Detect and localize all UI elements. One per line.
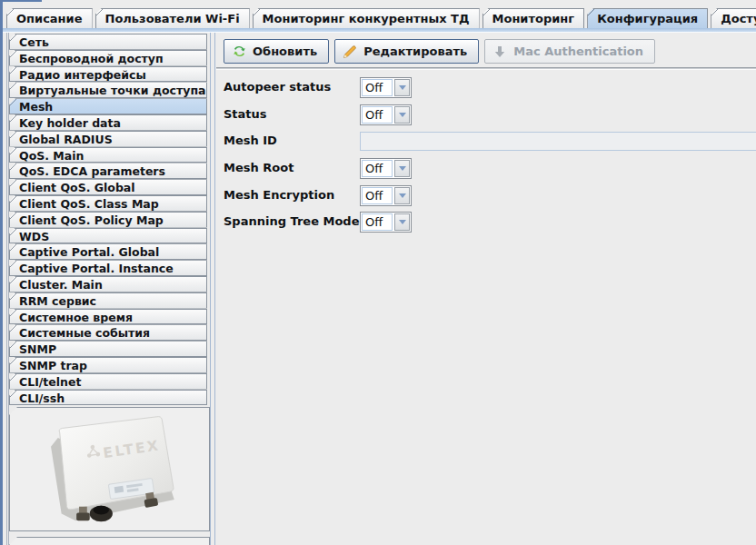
device-photo: ELTEX: [17, 411, 203, 528]
mesh-encryption-select[interactable]: Off: [360, 185, 412, 206]
mesh-id-input[interactable]: [360, 132, 756, 151]
combo-arrow-button[interactable]: [394, 79, 410, 96]
chevron-down-icon: [399, 220, 406, 224]
sidebar-item-cli-telnet[interactable]: CLI/telnet: [9, 373, 207, 390]
sidebar-item-field[interactable]: Беспроводной доступ: [9, 50, 207, 66]
status-select[interactable]: Off: [360, 104, 412, 125]
combo-value: Off: [362, 213, 393, 231]
sidebar-item-captive-portal-global[interactable]: Captive Portal. Global: [9, 243, 207, 260]
field-label: Autopeer status: [224, 76, 331, 98]
field-label: Spanning Tree Mode: [224, 211, 360, 233]
form-row-status: StatusOff: [224, 104, 756, 125]
field-label: Mesh Root: [224, 157, 293, 179]
sidebar-item-field[interactable]: Радио интерфейсы: [9, 66, 207, 83]
combo-arrow-button[interactable]: [394, 213, 410, 231]
sidebar-item-captive-portal-instance[interactable]: Captive Portal. Instance: [9, 260, 207, 276]
window-frame-top: [0, 0, 42, 2]
sidebar-item-client-qos-global[interactable]: Client QoS. Global: [9, 179, 207, 195]
field-label: Status: [224, 104, 267, 125]
mesh-root-select[interactable]: Off: [360, 158, 412, 179]
top-tab-3[interactable]: Мониторинг конкурентных ТД: [253, 8, 480, 28]
form-row-spanning-tree-mode: Spanning Tree ModeOff: [224, 211, 756, 233]
combo-arrow-button[interactable]: [394, 187, 410, 204]
top-tab-5[interactable]: Конфигурация: [587, 8, 708, 28]
chevron-down-icon: [399, 166, 406, 171]
top-tab-6[interactable]: Доступ: [711, 8, 756, 28]
combo-value: Off: [362, 160, 393, 177]
top-tab-1[interactable]: Описание: [6, 8, 93, 28]
sidebar-item-cli-ssh[interactable]: CLI/ssh: [9, 390, 207, 406]
mesh-form: Autopeer statusOffStatusOffMesh IDMesh R…: [216, 33, 756, 545]
config-mesh-panel: ОбновитьРедактироватьMac Authentication …: [216, 33, 756, 545]
form-row-mesh-root: Mesh RootOff: [224, 157, 756, 179]
sidebar-item-rrm[interactable]: RRM сервис: [9, 292, 207, 309]
sidebar-item-global-radius[interactable]: Global RADIUS: [9, 131, 207, 147]
top-tab-2[interactable]: Пользователи Wi-Fi: [95, 8, 250, 28]
combo-arrow-button[interactable]: [394, 160, 410, 177]
sidebar-item-mesh[interactable]: Mesh: [9, 98, 207, 114]
content-left-separator: [214, 33, 215, 545]
sidebar-item-snmp-trap[interactable]: SNMP trap: [9, 357, 207, 373]
sidebar-item-field[interactable]: Системные события: [9, 324, 207, 341]
field-label: Mesh ID: [224, 130, 277, 152]
form-row-mesh-encryption: Mesh EncryptionOff: [224, 184, 756, 206]
combo-value: Off: [362, 187, 393, 204]
sidebar-item-field[interactable]: Виртуальные точки доступа: [9, 82, 207, 98]
sidebar-item-qos-edca-parameters[interactable]: QoS. EDCA parameters: [9, 163, 207, 179]
sidebar-item-cluster-main[interactable]: Cluster. Main: [9, 276, 207, 292]
sidebar-item-key-holder-data[interactable]: Key holder data: [9, 114, 207, 131]
autopeer-status-select[interactable]: Off: [360, 77, 412, 98]
sidebar-item-qos-main[interactable]: QoS. Main: [9, 147, 207, 164]
sidebar-item-field[interactable]: Системное время: [9, 309, 207, 325]
sidebar-item-field[interactable]: Сеть: [9, 34, 207, 50]
top-tab-4[interactable]: Мониторинг: [482, 8, 585, 28]
window-frame-left: [0, 0, 3, 545]
sidebar-bottom-box: [9, 537, 210, 545]
top-tabbar: ОписаниеПользователи Wi-FiМониторинг кон…: [6, 8, 756, 28]
content-left-separator: [210, 33, 211, 545]
combo-value: Off: [362, 79, 393, 96]
sidebar-item-client-qos-policy-map[interactable]: Client QoS. Policy Map: [9, 212, 207, 228]
combo-arrow-button[interactable]: [394, 106, 410, 124]
device-photo-box: ELTEX: [9, 407, 210, 531]
chevron-down-icon: [399, 85, 406, 90]
chevron-down-icon: [399, 193, 406, 198]
form-row-autopeer-status: Autopeer statusOff: [224, 76, 756, 98]
sidebar-item-client-qos-class-map[interactable]: Client QoS. Class Map: [9, 195, 207, 212]
spanning-tree-mode-select[interactable]: Off: [360, 212, 412, 233]
combo-value: Off: [362, 106, 393, 124]
field-label: Mesh Encryption: [224, 184, 334, 206]
chevron-down-icon: [399, 113, 406, 117]
sidebar-item-wds[interactable]: WDS: [9, 228, 207, 244]
form-row-mesh-id: Mesh ID: [224, 130, 756, 152]
sidebar-tabs: СетьБеспроводной доступРадио интерфейсыВ…: [9, 34, 207, 405]
sidebar-item-snmp[interactable]: SNMP: [9, 341, 207, 357]
